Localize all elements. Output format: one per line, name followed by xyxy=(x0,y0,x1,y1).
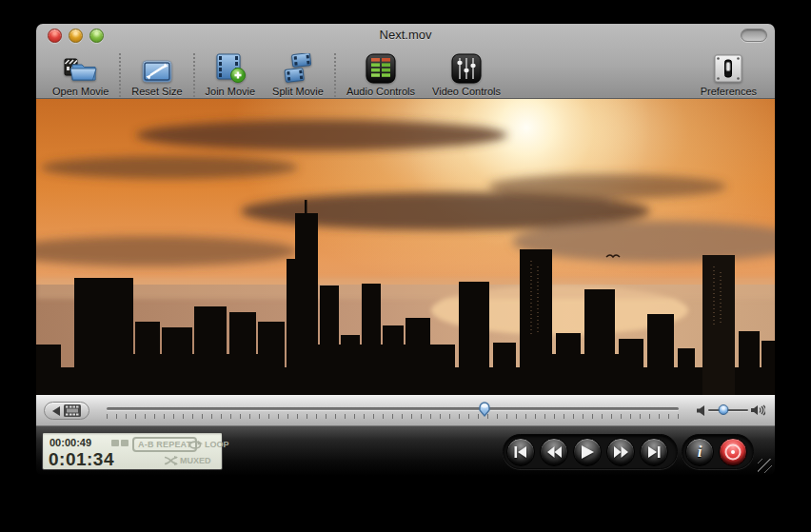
reset-size-button[interactable]: Reset Size xyxy=(123,51,190,97)
rewind-icon xyxy=(547,446,562,458)
join-movie-icon xyxy=(214,51,247,84)
preferences-icon xyxy=(713,51,743,84)
elapsed-time: 00:00:49 xyxy=(49,437,91,448)
muxed-label: MUXED xyxy=(180,456,211,465)
open-movie-icon xyxy=(64,51,98,84)
player-window: Next.mov Open Movie xyxy=(36,24,775,476)
info-button[interactable]: i xyxy=(685,438,714,466)
split-movie-icon xyxy=(282,51,314,84)
frames-indicator-icon xyxy=(111,440,129,446)
titlebar-toolbar: Next.mov Open Movie xyxy=(36,24,775,99)
audio-controls-icon xyxy=(366,51,396,84)
step-back-icon xyxy=(52,406,60,416)
transport-controls xyxy=(503,434,678,469)
toolbar-separator xyxy=(334,53,336,97)
fast-forward-button[interactable] xyxy=(606,438,635,466)
loop-toggle[interactable]: LOOP xyxy=(188,440,229,449)
toolbar-toggle-button[interactable] xyxy=(741,29,767,42)
seek-track[interactable] xyxy=(107,407,679,410)
video-controls-icon xyxy=(451,51,482,84)
volume-min-icon[interactable] xyxy=(697,405,705,416)
split-movie-label: Split Movie xyxy=(272,86,324,97)
video-controls-label: Video Controls xyxy=(432,86,501,97)
video-canvas[interactable] xyxy=(36,99,775,395)
seek-ticks xyxy=(107,414,679,419)
reset-size-icon xyxy=(142,51,172,84)
secondary-controls: i xyxy=(682,434,754,469)
skip-to-start-icon xyxy=(514,446,527,458)
toolbar-separator xyxy=(193,53,195,97)
video-controls-button[interactable]: Video Controls xyxy=(424,51,509,97)
volume-knob[interactable] xyxy=(718,404,728,415)
skip-to-end-icon xyxy=(647,446,661,458)
muxed-indicator: MUXED xyxy=(164,456,211,465)
video-frame-art xyxy=(36,99,775,395)
loop-icon xyxy=(188,441,203,449)
lcd-display: 00:00:49 A-B REPEAT LOOP 0:01:34 MUXED xyxy=(42,432,223,470)
join-movie-button[interactable]: Join Movie xyxy=(197,51,265,97)
fast-forward-icon xyxy=(614,446,628,458)
scrubber-bar xyxy=(36,395,775,426)
volume-control xyxy=(697,401,769,420)
frame-step-control[interactable] xyxy=(44,402,89,420)
join-movie-label: Join Movie xyxy=(206,86,256,97)
audio-controls-button[interactable]: Audio Controls xyxy=(338,51,424,97)
toolbar: Open Movie Reset Size xyxy=(44,46,765,97)
audio-controls-label: Audio Controls xyxy=(346,86,415,97)
loop-label: LOOP xyxy=(205,440,229,449)
play-button[interactable] xyxy=(573,438,602,466)
toolbar-separator xyxy=(119,53,121,97)
record-button[interactable] xyxy=(719,438,747,466)
skip-to-start-button[interactable] xyxy=(506,438,535,466)
split-movie-button[interactable]: Split Movie xyxy=(264,51,332,97)
open-movie-button[interactable]: Open Movie xyxy=(44,51,117,97)
rewind-button[interactable] xyxy=(540,438,568,466)
play-icon xyxy=(582,445,594,459)
volume-slider[interactable] xyxy=(708,404,748,417)
reset-size-label: Reset Size xyxy=(131,86,182,97)
film-strip-icon xyxy=(64,404,81,417)
resize-grip[interactable] xyxy=(758,459,772,473)
duration-time: 0:01:34 xyxy=(49,449,114,470)
window-title: Next.mov xyxy=(36,28,775,42)
muxed-icon xyxy=(164,456,178,465)
control-bar: 00:00:49 A-B REPEAT LOOP 0:01:34 MUXED xyxy=(36,426,775,476)
skip-to-end-button[interactable] xyxy=(640,438,668,466)
preferences-label: Preferences xyxy=(701,86,757,97)
open-movie-label: Open Movie xyxy=(52,86,109,97)
volume-max-icon[interactable] xyxy=(751,404,765,416)
preferences-button[interactable]: Preferences xyxy=(692,51,765,97)
